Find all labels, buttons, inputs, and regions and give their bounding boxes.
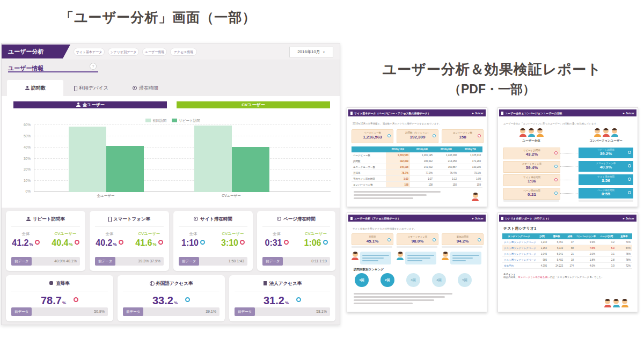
table-cell: 171,283 [458, 158, 482, 164]
tab-devices[interactable]: 利用デバイス [65, 80, 118, 96]
prev-values: 0:11 1:19 [311, 257, 327, 266]
cv-value: 41.6% [135, 238, 163, 248]
table-cell: 4,395 [536, 263, 548, 269]
blurred-text-line [362, 255, 389, 256]
comment-group [442, 252, 481, 264]
compare-box-right: ページ滞在時間0:55 [579, 188, 633, 199]
section-underline [8, 71, 98, 72]
clock-icon [133, 86, 137, 90]
cv-label: CVユーザー [135, 231, 163, 237]
table-cell: 3.1 [597, 251, 616, 257]
table-row: テスト用ランディングページ A1,2106,761473.9%4.271% [502, 239, 633, 245]
y-tick: 60% [16, 123, 31, 127]
previous-data-bar: 前データ0:11 1:19 [262, 257, 330, 266]
table-cell: 158 [386, 182, 410, 188]
tab-duration[interactable]: 滞在時間 [122, 80, 169, 96]
table-cell: 18 [565, 257, 575, 263]
pdf-header: ユーザー全体とコンバージョンユーザーの比較 ►Juicer [499, 109, 636, 116]
bar-chart [34, 125, 331, 192]
blurred-text-line [354, 303, 413, 304]
section-title: ユーザー情報 [8, 65, 44, 71]
dashboard-topbar: ユーザー分析 サイト基本データ シナリオ別データ ユーザー情報 アクセス情報 2… [2, 43, 340, 60]
previous-data-bar: 前データ39.1% [123, 307, 219, 316]
prev-data-badge[interactable]: 前データ [235, 307, 255, 316]
table-row: 直帰率78.7%77.9%76.4%79.1% [352, 170, 482, 176]
table-cell: 1:09 [458, 176, 482, 182]
prev-data-badge[interactable]: 前データ [262, 257, 283, 266]
table-cell: 130,206 [458, 164, 482, 170]
y-tick: 40% [16, 145, 31, 149]
pdf-footnote [354, 291, 461, 306]
note-body: 検証の結果、コンバージョン率が最も高いのは「テスト用ランディングページ B」でし… [503, 276, 632, 278]
nav-access-info[interactable]: アクセス情報 [170, 48, 197, 56]
y-tick: 10% [16, 179, 31, 182]
pdf-header: ユーザー分析（アクセス特性データ） ►Juicer [348, 215, 486, 222]
juicer-logo: ►Juicer [623, 112, 634, 115]
table-cell: 150 [434, 182, 458, 188]
table-cell: 88 [565, 245, 575, 251]
stat-box-smartphone: スマートフォン率98.0% [397, 233, 438, 245]
table-cell: 1,125,310 [458, 152, 482, 158]
date-selector[interactable]: 2016年10月▼ [289, 47, 333, 57]
table-cell: 2016年9月 [410, 146, 434, 152]
trend-indicator-icon [240, 240, 245, 245]
scenario-table: ランディングページ訪問遷移数成果コンバージョン率ページ/訪問直帰率テスト用ランデ… [502, 233, 633, 269]
table-row: コンバージョン数158138150159 [352, 182, 482, 188]
table-cell: 2.0% [575, 251, 597, 257]
pdf-intro-text: 2016年10月の主要指標と、過去数ヶ月のアクセス推移データをまとめています。 [353, 122, 481, 125]
pdf-page-title: サイト基本データ（ページビュー・アクセス数の推移データ） [354, 112, 472, 115]
y-tick: 0% [16, 189, 31, 193]
stat-box-new-visit: 新規訪問率94.2% [442, 233, 484, 245]
table-cell: 1,045 [536, 251, 548, 257]
pdf-intro-text: サイト全体の主要なアクセス特性指標をまとめています。 [353, 227, 481, 230]
pdf-page-title: ユーザー全体とコンバージョンユーザーの比較 [505, 112, 623, 115]
previous-data-bar: 前データ40.9% 40.1% [11, 257, 80, 266]
metric-title: スマートフォン率 [113, 216, 150, 222]
pdf-page-user-comparison: ユーザー全体とコンバージョンユーザーの比較 ►Juicer ユーザー全体と「コン… [497, 107, 638, 207]
trend-indicator-icon [284, 240, 289, 245]
compare-box-right: スマートフォン率40.9% [579, 161, 633, 172]
blurred-subtext [503, 200, 559, 202]
pdf-page-title: ユーザー分析（アクセス特性データ） [354, 217, 472, 220]
prev-data-badge[interactable]: 前データ [123, 307, 143, 316]
nav-scenario-data[interactable]: シナリオ別データ [108, 48, 139, 56]
table-cell: 159 [458, 182, 482, 188]
clock-icon [194, 217, 199, 221]
cv-users-label: CVユーザー [241, 102, 265, 107]
blurred-text-line [452, 260, 466, 262]
table-cell: 直帰率 [616, 233, 632, 239]
table-cell: 2.8 [597, 257, 616, 263]
avatar [603, 128, 610, 137]
trend-indicator-icon [554, 192, 558, 195]
bar-cv-repeat-visit [232, 147, 269, 192]
table-row: ランディングページ訪問遷移数成果コンバージョン率ページ/訪問直帰率 [502, 233, 633, 239]
compare-box-left: リピート訪問率43.2% [503, 148, 560, 159]
blurred-text-line [407, 260, 422, 262]
metric-title: ページ滞在時間 [283, 216, 316, 222]
nav-site-basic-data[interactable]: サイト基本データ [74, 48, 105, 56]
person-icon [25, 86, 30, 90]
legend-first-visit: 初回訪問 [152, 119, 166, 122]
stat-box-sessions: 訪問数（セッション）192,309 [397, 129, 438, 143]
help-icon[interactable]: ? [90, 63, 97, 70]
trend-indicator-icon [554, 151, 558, 155]
all-label: 全体 [96, 231, 123, 237]
table-cell: 1,210 [536, 239, 548, 245]
table-cell: テスト用ランディングページ D [502, 257, 536, 263]
prev-data-badge[interactable]: 前データ [95, 257, 115, 266]
all-label: 全体 [181, 231, 205, 237]
prev-data-badge[interactable]: 前データ [179, 257, 199, 266]
prev-data-badge[interactable]: 前データ [11, 257, 32, 266]
table-cell: 4.2 [597, 239, 616, 245]
prev-data-badge[interactable]: 前データ [11, 307, 32, 316]
table-cell: 5,941 [548, 251, 565, 257]
nav-user-info[interactable]: ユーザー情報 [142, 48, 167, 56]
stat-box-pageviews: ページビュー数1,216,563 [352, 129, 393, 143]
table-cell: テスト用ランディングページ A [502, 239, 536, 245]
mascot-avatars [600, 299, 632, 307]
tab-visits[interactable]: 訪問数 [7, 80, 63, 96]
cursor-icon: ► [623, 112, 625, 115]
pdf-page-site-basic-data: サイト基本データ（ページビュー・アクセス数の推移データ） ►Juicer 201… [347, 107, 487, 207]
trend-indicator-icon [185, 297, 190, 302]
cv-label: CVユーザー [52, 231, 79, 237]
